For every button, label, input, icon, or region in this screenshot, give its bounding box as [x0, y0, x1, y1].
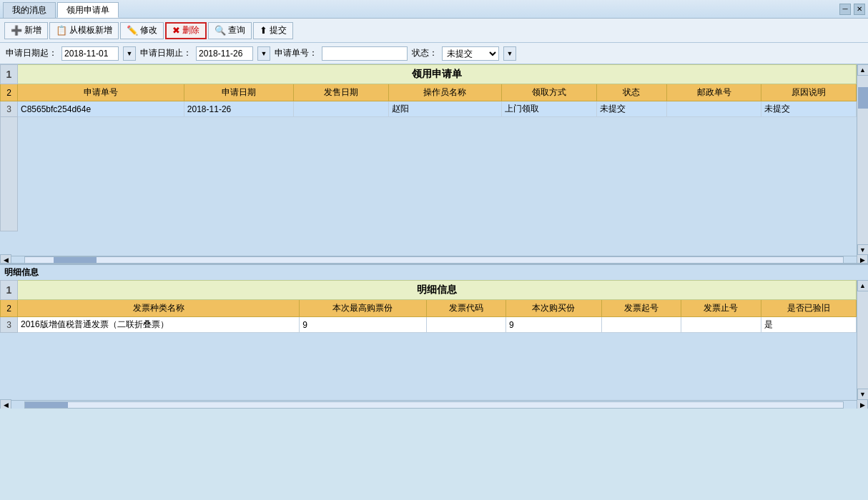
number-input[interactable] — [322, 46, 408, 61]
window-controls: ─ ✕ — [839, 4, 865, 15]
tab-requisition[interactable]: 领用申请单 — [57, 2, 119, 18]
delete-icon: ✖ — [172, 25, 180, 36]
upper-col-E: 操作员名称 — [388, 84, 502, 101]
cell-application-number: C8565bfc254d64e — [18, 101, 184, 117]
upper-col-D: 发售日期 — [293, 84, 388, 101]
upper-empty-row — [1, 117, 857, 231]
lower-scroll-up[interactable]: ▲ — [857, 280, 869, 291]
lower-section: 1 明细信息 2 发票种类名称 本次最高购票份 发票代码 本次购买份 发票起号 … — [0, 280, 868, 409]
search-icon: 🔍 — [214, 25, 226, 36]
lower-title-row: 1 明细信息 — [1, 281, 857, 300]
cell-invoice-end — [681, 317, 761, 333]
upper-data-row-3[interactable]: 3 C8565bfc254d64e 2018-11-26 赵阳 上门领取 未提交… — [1, 101, 857, 117]
lower-grid-section: 1 明细信息 2 发票种类名称 本次最高购票份 发票代码 本次购买份 发票起号 … — [0, 280, 868, 400]
upper-title-cell: 领用申请单 — [18, 65, 857, 84]
cell-application-date: 2018-11-26 — [184, 101, 293, 117]
cell-invoice-type: 2016版增值税普通发票（二联折叠票） — [18, 317, 300, 333]
upper-title-num: 1 — [1, 65, 18, 84]
upper-col-I: 原因说明 — [761, 84, 857, 101]
end-date-input[interactable] — [196, 46, 253, 61]
upper-col-header-row: 2 申请单号 申请日期 发售日期 操作员名称 领取方式 状态 邮政单号 原因说明 — [1, 84, 857, 101]
cell-this-purchase: 9 — [506, 317, 601, 333]
cell-pickup-method: 上门领取 — [502, 101, 597, 117]
lower-hscroll-track[interactable] — [24, 401, 844, 409]
add-from-template-button[interactable]: 📋 从模板新增 — [49, 22, 119, 39]
tab-my-messages[interactable]: 我的消息 — [3, 2, 56, 18]
upper-col-G: 状态 — [596, 84, 666, 101]
lower-data-row-3[interactable]: 3 2016版增值税普通发票（二联折叠票） 9 9 是 — [1, 317, 857, 333]
template-icon: 📋 — [56, 25, 67, 36]
detail-section-label: 明细信息 — [0, 264, 868, 280]
upper-scroll-thumb[interactable] — [858, 87, 868, 109]
status-select[interactable]: 未提交 已提交 全部 — [442, 46, 499, 61]
cell-operator: 赵阳 — [388, 101, 502, 117]
add-button[interactable]: ➕ 新增 — [4, 22, 48, 39]
upper-header-num: 2 — [1, 84, 18, 101]
upper-col-B: 申请单号 — [18, 84, 184, 101]
upper-vscroll[interactable]: ▲ ▼ — [857, 64, 868, 256]
lower-col-A: 发票种类名称 — [18, 300, 300, 317]
lower-row-num-3: 3 — [1, 317, 18, 333]
cell-invoice-start — [601, 317, 681, 333]
lower-col-C: 发票代码 — [426, 300, 506, 317]
start-date-label: 申请日期起： — [6, 47, 57, 59]
lower-header-num: 2 — [1, 300, 18, 317]
upper-hscroll-track[interactable] — [24, 256, 844, 264]
upper-hscrollbar[interactable]: ◀ ▶ — [0, 256, 868, 263]
upper-col-C: 申请日期 — [184, 84, 293, 101]
lower-vscroll[interactable]: ▲ ▼ — [857, 280, 868, 400]
tab-bar: 我的消息 领用申请单 — [3, 0, 120, 18]
start-date-dropdown[interactable]: ▼ — [123, 46, 136, 61]
lower-title-cell: 明细信息 — [18, 281, 857, 300]
lower-title-num: 1 — [1, 281, 18, 300]
cell-postal-number — [666, 101, 761, 117]
cell-max-purchase: 9 — [300, 317, 426, 333]
upper-grid[interactable]: 1 领用申请单 2 申请单号 申请日期 发售日期 操作员名称 领取方式 状态 邮… — [0, 64, 857, 256]
lower-col-H: 是否已验旧 — [761, 300, 856, 317]
delete-button[interactable]: ✖ 删除 — [165, 22, 207, 39]
edit-icon: ✏️ — [127, 25, 138, 36]
minimize-button[interactable]: ─ — [839, 4, 851, 15]
filter-bar: 申请日期起： ▼ 申请日期止： ▼ 申请单号： 状态： 未提交 已提交 全部 ▼ — [0, 43, 868, 64]
main-content: 1 领用申请单 2 申请单号 申请日期 发售日期 操作员名称 领取方式 状态 邮… — [0, 64, 868, 500]
lower-col-header-row: 2 发票种类名称 本次最高购票份 发票代码 本次购买份 发票起号 发票止号 是否… — [1, 300, 857, 317]
lower-scroll-left[interactable]: ◀ — [0, 399, 11, 409]
end-date-dropdown[interactable]: ▼ — [257, 46, 270, 61]
status-label: 状态： — [412, 47, 438, 59]
lower-col-D: 本次购买份 — [506, 300, 601, 317]
row-num-3: 3 — [1, 101, 18, 117]
lower-hscrollbar[interactable]: ◀ ▶ — [0, 400, 868, 409]
query-button[interactable]: 🔍 查询 — [208, 22, 252, 39]
cell-invoice-code — [426, 317, 506, 333]
lower-col-B: 本次最高购票份 — [300, 300, 426, 317]
cell-issue-date — [293, 101, 388, 117]
title-bar: 我的消息 领用申请单 ─ ✕ — [0, 0, 868, 19]
lower-scroll-right[interactable]: ▶ — [857, 399, 868, 409]
upper-grid-section: 1 领用申请单 2 申请单号 申请日期 发售日期 操作员名称 领取方式 状态 邮… — [0, 64, 868, 256]
cell-reason: 未提交 — [761, 101, 857, 117]
upper-title-row: 1 领用申请单 — [1, 65, 857, 84]
close-button[interactable]: ✕ — [854, 4, 865, 15]
upper-hscroll-thumb[interactable] — [54, 257, 97, 263]
upper-section: 1 领用申请单 2 申请单号 申请日期 发售日期 操作员名称 领取方式 状态 邮… — [0, 64, 868, 264]
start-date-input[interactable] — [61, 46, 119, 61]
end-date-label: 申请日期止： — [140, 47, 192, 59]
submit-button[interactable]: ⬆ 提交 — [253, 22, 293, 39]
toolbar: ➕ 新增 📋 从模板新增 ✏️ 修改 ✖ 删除 🔍 查询 ⬆ 提交 — [0, 19, 868, 43]
lower-col-F: 发票止号 — [681, 300, 761, 317]
upper-scroll-up[interactable]: ▲ — [857, 64, 869, 76]
lower-hscroll-thumb[interactable] — [25, 402, 68, 408]
upper-scroll-right[interactable]: ▶ — [857, 254, 868, 265]
status-dropdown[interactable]: ▼ — [503, 46, 516, 61]
upper-scroll-left[interactable]: ◀ — [0, 254, 11, 265]
cell-status: 未提交 — [596, 101, 666, 117]
cell-verified: 是 — [761, 317, 856, 333]
lower-col-E: 发票起号 — [601, 300, 681, 317]
upper-col-H: 邮政单号 — [666, 84, 761, 101]
edit-button[interactable]: ✏️ 修改 — [120, 22, 164, 39]
upper-col-F: 领取方式 — [502, 84, 597, 101]
add-icon: ➕ — [11, 25, 22, 36]
submit-icon: ⬆ — [260, 25, 267, 36]
number-label: 申请单号： — [275, 47, 317, 59]
lower-grid[interactable]: 1 明细信息 2 发票种类名称 本次最高购票份 发票代码 本次购买份 发票起号 … — [0, 280, 857, 400]
